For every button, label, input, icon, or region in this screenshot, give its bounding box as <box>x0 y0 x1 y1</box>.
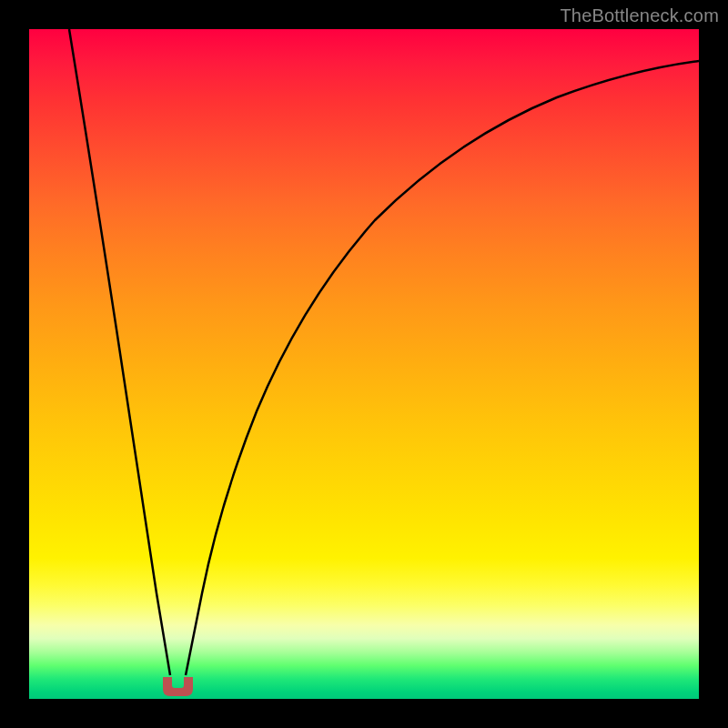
chart-container <box>0 0 728 728</box>
curve-svg <box>29 29 699 699</box>
chart-plot-area <box>29 29 699 699</box>
minimum-marker-group <box>163 677 193 696</box>
bottleneck-curve-right <box>186 61 699 675</box>
bottleneck-curve-left <box>69 29 170 675</box>
minimum-u-marker <box>163 677 193 696</box>
